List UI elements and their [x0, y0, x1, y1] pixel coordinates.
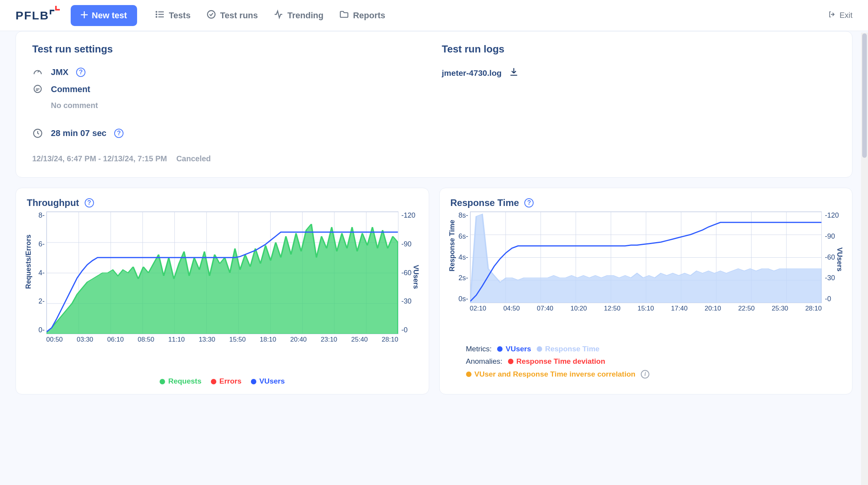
legend-rt-deviation: Response Time deviation [508, 355, 605, 368]
comment-icon [32, 84, 43, 95]
response-chart: Response Time VUsers 8s-6s-4s-2s-0s- -12… [451, 211, 842, 340]
exit-icon [828, 10, 836, 20]
clock-icon [32, 128, 43, 139]
comment-row: Comment [32, 84, 426, 95]
log-download-link[interactable]: jmeter-4730.log [442, 67, 836, 79]
status: Canceled [176, 154, 211, 163]
nav-reports[interactable]: Reports [339, 9, 385, 22]
plus-icon [81, 10, 88, 21]
nav-label: Reports [353, 10, 385, 21]
xticks: 02:1004:5007:4010:2012:5015:1017:4020:10… [470, 305, 822, 320]
plot: 8s-6s-4s-2s-0s- -120-90-60-30-0 02:1004:… [470, 211, 822, 320]
xticks: 00:5003:3006:1008:5011:1013:3015:5018:10… [46, 336, 398, 351]
topbar: PFLB New test Tests Test runs Trending R… [0, 0, 868, 31]
settings-card: Test run settings JMX ? Comment No comme… [16, 31, 852, 178]
legend-requests: Requests [160, 377, 202, 386]
help-icon[interactable]: ? [524, 198, 534, 208]
response-card: Response Time ? Response Time VUsers 8s-… [439, 188, 853, 394]
throughput-title: Throughput [27, 197, 79, 208]
scrollbar[interactable] [861, 33, 868, 410]
info-icon[interactable]: i [641, 370, 649, 379]
main-nav: Tests Test runs Trending Reports [155, 9, 385, 22]
throughput-svg [47, 212, 398, 334]
nav-label: Test runs [220, 10, 258, 21]
metrics-label: Metrics: [466, 343, 492, 355]
yticks-left: 8s-6s-4s-2s-0s- [453, 211, 468, 303]
scrollbar-thumb[interactable] [862, 33, 867, 158]
nav-label: Tests [169, 10, 191, 21]
yticks-right: -120-90-60-30-0 [402, 211, 417, 334]
comment-label: Comment [51, 84, 90, 94]
response-legend: Metrics: VUsers Response Time Anomalies:… [451, 343, 842, 380]
plot-area [470, 211, 822, 303]
comment-value: No comment [51, 101, 426, 110]
response-svg [470, 212, 822, 303]
settings-left: Test run settings JMX ? Comment No comme… [32, 43, 426, 163]
plot: 8-6-4-2-0- -120-90-60-30-0 00:5003:3006:… [46, 211, 398, 351]
help-icon[interactable]: ? [76, 68, 85, 77]
logo-mark-icon [48, 5, 61, 18]
new-test-label: New test [92, 10, 127, 21]
page-body: Test run settings JMX ? Comment No comme… [0, 31, 868, 410]
jmx-row: JMX ? [32, 67, 426, 78]
settings-title: Test run settings [32, 43, 426, 55]
exit-button[interactable]: Exit [828, 10, 852, 20]
help-icon[interactable]: ? [114, 129, 124, 138]
legend-errors: Errors [211, 377, 242, 386]
legend-vusers: VUsers [497, 343, 531, 355]
svg-point-3 [156, 11, 157, 12]
svg-point-4 [156, 14, 157, 14]
logs-title: Test run logs [442, 43, 836, 55]
duration-row: 28 min 07 sec ? [32, 128, 426, 139]
gauge-icon [32, 67, 43, 78]
plot-area [46, 211, 398, 334]
log-filename: jmeter-4730.log [442, 68, 502, 78]
legend-vusers: VUsers [251, 377, 285, 386]
activity-icon [273, 9, 284, 22]
duration-label: 28 min 07 sec [51, 128, 106, 138]
yticks-right: -120-90-60-30-0 [825, 211, 840, 303]
check-circle-icon [206, 9, 216, 22]
throughput-chart: Requests/Errors VUsers 8-6-4-2-0- -120-9… [27, 211, 418, 375]
yticks-left: 8-6-4-2-0- [29, 211, 45, 334]
meta-row: 12/13/24, 6:47 PM - 12/13/24, 7:15 PM Ca… [32, 154, 426, 163]
exit-label: Exit [840, 11, 852, 20]
throughput-card: Throughput ? Requests/Errors VUsers 8-6-… [16, 188, 429, 394]
nav-tests[interactable]: Tests [155, 9, 191, 22]
response-title-row: Response Time ? [451, 197, 842, 208]
nav-trending[interactable]: Trending [273, 9, 324, 22]
timespan: 12/13/24, 6:47 PM - 12/13/24, 7:15 PM [32, 154, 167, 163]
folder-icon [339, 9, 349, 22]
throughput-title-row: Throughput ? [27, 197, 418, 208]
response-title: Response Time [451, 197, 519, 208]
legend-inverse: VUser and Response Time inverse correlat… [466, 368, 636, 380]
settings-right: Test run logs jmeter-4730.log [442, 43, 836, 163]
throughput-legend: Requests Errors VUsers [27, 377, 418, 386]
logo-text: PFLB [16, 9, 49, 22]
new-test-button[interactable]: New test [71, 5, 137, 26]
help-icon[interactable]: ? [85, 198, 94, 208]
legend-response-time: Response Time [537, 343, 600, 355]
svg-point-6 [207, 10, 215, 18]
charts-row: Throughput ? Requests/Errors VUsers 8-6-… [16, 188, 852, 394]
svg-point-5 [156, 16, 157, 17]
nav-label: Trending [287, 10, 324, 21]
logo: PFLB [16, 9, 61, 22]
jmx-label: JMX [51, 67, 68, 77]
download-icon [509, 67, 519, 79]
list-icon [155, 9, 165, 22]
nav-test-runs[interactable]: Test runs [206, 9, 258, 22]
anomalies-label: Anomalies: [466, 355, 503, 368]
